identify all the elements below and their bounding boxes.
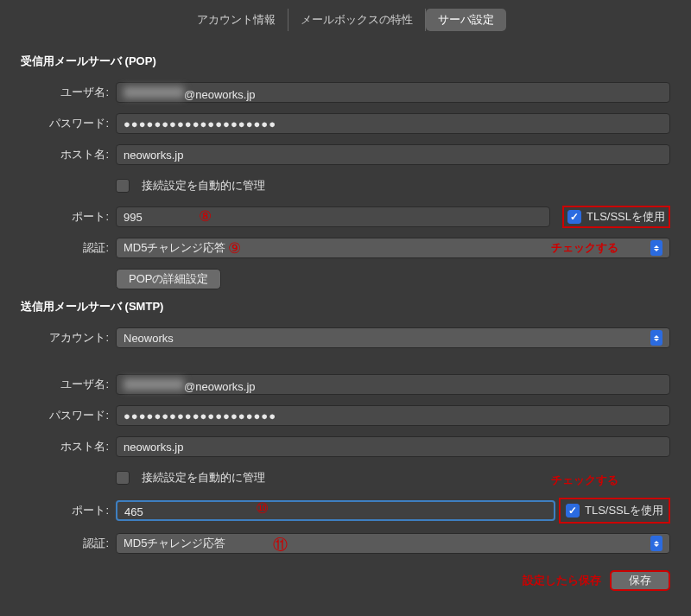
outgoing-user-redacted [124, 378, 184, 391]
outgoing-pass-label: パスワード: [21, 408, 116, 423]
incoming-title: 受信用メールサーバ (POP) [21, 54, 670, 69]
incoming-user-suffix: @neoworks.jp [184, 88, 256, 101]
incoming-user-redacted [124, 86, 184, 98]
outgoing-port-label: ポート: [21, 503, 116, 518]
outgoing-user-label: ユーザ名: [21, 377, 116, 392]
outgoing-section: 送信用メールサーバ (SMTP) アカウント: Neoworks ユーザ名: @… [0, 299, 691, 555]
incoming-host-label: ホスト名: [21, 147, 116, 162]
incoming-auth-value: MD5チャレンジ応答 [124, 240, 225, 256]
incoming-port-input[interactable]: 995 [116, 206, 550, 227]
tab-mailbox[interactable]: メールボックスの特性 [288, 9, 426, 31]
outgoing-auth-label: 認証: [21, 536, 116, 551]
incoming-user-input[interactable]: @neoworks.jp [116, 82, 670, 103]
outgoing-account-label: アカウント: [21, 330, 116, 346]
incoming-tls-highlight: TLS/SSLを使用 [562, 206, 670, 228]
outgoing-account-value: Neoworks [124, 332, 174, 345]
incoming-pass-input[interactable]: ●●●●●●●●●●●●●●●●●●●● [116, 113, 670, 134]
tab-bar: アカウント情報 メールボックスの特性 サーバ設定 [0, 0, 691, 45]
outgoing-user-input[interactable]: @neoworks.jp [116, 374, 670, 395]
tab-server-settings[interactable]: サーバ設定 [426, 9, 506, 31]
incoming-auth-label: 認証: [21, 240, 116, 256]
incoming-auto-manage-checkbox[interactable] [116, 179, 130, 193]
updown-icon [650, 240, 662, 256]
annotation-save-note: 設定したら保存 [523, 573, 601, 588]
outgoing-pass-input[interactable]: ●●●●●●●●●●●●●●●●●●●● [116, 405, 670, 426]
outgoing-host-label: ホスト名: [21, 439, 116, 454]
incoming-section: 受信用メールサーバ (POP) ユーザ名: @neoworks.jp パスワード… [0, 54, 691, 290]
outgoing-tls-label: TLS/SSLを使用 [585, 503, 663, 518]
outgoing-auth-value: MD5チャレンジ応答 [124, 536, 225, 551]
outgoing-account-select[interactable]: Neoworks [116, 327, 670, 348]
outgoing-host-input[interactable]: neoworks.jp [116, 436, 670, 457]
incoming-host-input[interactable]: neoworks.jp [116, 144, 670, 165]
tab-account-info[interactable]: アカウント情報 [185, 9, 288, 31]
annotation-check-it-2: チェックする [551, 473, 618, 488]
incoming-pass-label: パスワード: [21, 116, 116, 131]
incoming-tls-checkbox[interactable] [567, 210, 581, 224]
incoming-tls-label: TLS/SSLを使用 [586, 209, 665, 225]
incoming-auto-manage-label: 接続設定を自動的に管理 [142, 178, 265, 194]
updown-icon [650, 536, 662, 551]
outgoing-port-input[interactable]: 465 [116, 500, 555, 521]
outgoing-user-suffix: @neoworks.jp [184, 380, 256, 393]
incoming-user-label: ユーザ名: [21, 85, 116, 100]
outgoing-title: 送信用メールサーバ (SMTP) [21, 299, 670, 314]
updown-icon [650, 330, 662, 346]
outgoing-auto-manage-checkbox[interactable] [116, 471, 130, 485]
save-button[interactable]: 保存 [610, 570, 670, 591]
pop-detail-button[interactable]: POPの詳細設定 [116, 269, 221, 289]
outgoing-tls-highlight: TLS/SSLを使用 [559, 498, 670, 524]
incoming-auth-select[interactable]: MD5チャレンジ応答 [116, 238, 670, 258]
outgoing-tls-checkbox[interactable] [566, 504, 580, 518]
incoming-port-label: ポート: [21, 209, 116, 225]
outgoing-auto-manage-label: 接続設定を自動的に管理 [142, 470, 265, 486]
outgoing-auth-select[interactable]: MD5チャレンジ応答 [116, 533, 670, 554]
